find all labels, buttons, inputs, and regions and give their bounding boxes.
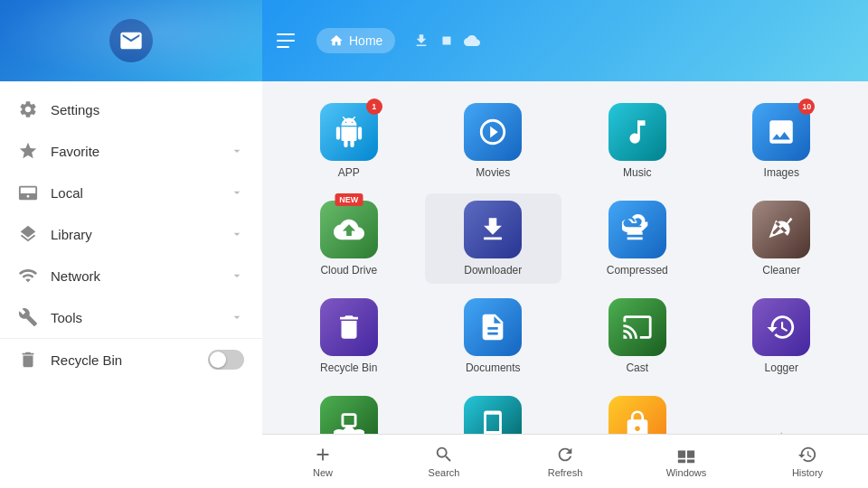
bottom-toolbar: New Search Refresh Windows History: [262, 434, 868, 488]
chevron-down-icon: [230, 268, 244, 283]
music-icon: [609, 103, 666, 161]
grid-item-music[interactable]: Music: [569, 96, 706, 186]
documents-icon: [464, 298, 522, 356]
search-icon: [434, 445, 454, 465]
download-icon[interactable]: [413, 33, 429, 49]
images-icon: 10: [752, 103, 810, 161]
sidebar-item-settings-label: Settings: [51, 102, 244, 117]
sidebar-item-settings[interactable]: Settings: [0, 89, 262, 130]
sidebar: Settings Favorite Local Library: [0, 0, 262, 488]
sidebar-item-tools[interactable]: Tools: [0, 296, 262, 338]
cast-icon: [609, 298, 666, 356]
documents-item-label: Documents: [466, 361, 521, 374]
trash-icon: [18, 350, 38, 370]
music-item-label: Music: [623, 166, 651, 179]
view-on-pc-icon: [464, 396, 522, 434]
windows-icon: [676, 445, 696, 465]
music-note-icon: [622, 117, 653, 147]
sidebar-item-recycle-bin[interactable]: Recycle Bin: [0, 338, 262, 380]
logger-icon: [752, 298, 810, 356]
sidebar-item-local-label: Local: [51, 185, 230, 201]
toolbar-history-label: History: [792, 467, 823, 478]
sidebar-item-favorite[interactable]: Favorite: [0, 130, 262, 172]
grid-item-logger[interactable]: Logger: [713, 291, 851, 381]
toolbar-windows[interactable]: Windows: [626, 435, 747, 488]
menu-button[interactable]: [277, 26, 306, 55]
downloader-item-label: Downloader: [464, 264, 522, 277]
grid-item-cast[interactable]: Cast: [569, 291, 706, 381]
logger-item-label: Logger: [765, 361, 798, 374]
app-icon: 1: [320, 103, 378, 161]
stop-icon[interactable]: [439, 33, 455, 49]
scroll-up-arrow[interactable]: [777, 426, 786, 434]
toolbar-refresh[interactable]: Refresh: [505, 435, 626, 488]
sidebar-item-local[interactable]: Local: [0, 172, 262, 213]
home-label: Home: [349, 33, 382, 48]
downloader-icon: [464, 201, 522, 258]
grid-item-recycle-bin[interactable]: Recycle Bin: [280, 291, 418, 381]
grid-item-cleaner[interactable]: Cleaner: [713, 193, 851, 284]
toolbar-search[interactable]: Search: [383, 435, 505, 488]
encrypted-icon: [609, 396, 666, 434]
compressed-item-label: Compressed: [607, 264, 668, 277]
sidebar-item-network-label: Network: [51, 268, 230, 284]
topbar-actions: [413, 33, 480, 49]
home-icon: [329, 33, 344, 48]
cast-item-label: Cast: [626, 361, 648, 374]
toolbar-new[interactable]: New: [262, 435, 383, 488]
grid-item-empty: [713, 389, 851, 434]
movies-item-label: Movies: [476, 166, 510, 179]
cleaner-item-label: Cleaner: [762, 264, 800, 277]
grid-item-downloader[interactable]: Downloader: [425, 193, 562, 284]
lock-icon: [622, 409, 653, 434]
layers-icon: [18, 224, 38, 244]
chevron-down-icon: [230, 144, 244, 158]
recycle-bin-toggle[interactable]: [208, 350, 244, 370]
trash-grid-icon: [334, 312, 364, 343]
plus-icon: [313, 445, 333, 465]
cloud-icon[interactable]: [464, 33, 480, 49]
star-icon: [18, 141, 38, 161]
app-grid: 1 APP Movies Music: [262, 81, 868, 434]
compressed-icon: [609, 201, 666, 258]
wrench-icon: [18, 307, 38, 327]
grid-item-documents[interactable]: Documents: [425, 291, 562, 381]
app-item-label: APP: [338, 166, 360, 179]
toolbar-history[interactable]: History: [747, 435, 868, 488]
grid-item-images[interactable]: 10 Images: [713, 96, 851, 186]
recycle-bin-item-label: Recycle Bin: [320, 361, 377, 374]
cast-screen-icon: [622, 312, 653, 343]
wifi-icon: [18, 266, 38, 286]
sidebar-item-network[interactable]: Network: [0, 255, 262, 296]
grid-item-view-on-pc[interactable]: View on PC: [425, 389, 562, 434]
topbar: Home: [262, 0, 868, 81]
toolbar-windows-label: Windows: [666, 467, 707, 478]
sidebar-nav: Settings Favorite Local Library: [0, 81, 262, 488]
app-badge: 1: [366, 99, 382, 115]
grid-item-network[interactable]: Network: [280, 389, 418, 434]
toolbar-refresh-label: Refresh: [548, 467, 583, 478]
doc-icon: [477, 312, 508, 343]
cloud-upload-icon: [334, 214, 364, 245]
sidebar-item-library[interactable]: Library: [0, 213, 262, 255]
toolbar-new-label: New: [313, 467, 333, 478]
grid-item-encrypted[interactable]: Encrypted: [569, 389, 706, 434]
user-avatar: [109, 19, 153, 62]
cloud-drive-badge-new: NEW: [335, 193, 363, 206]
cloud-drive-icon: NEW: [320, 201, 378, 258]
sidebar-item-favorite-label: Favorite: [51, 144, 230, 159]
grid-item-movies[interactable]: Movies: [425, 96, 562, 186]
tablet-icon: [18, 183, 38, 202]
cloud-drive-item-label: Cloud Drive: [320, 264, 377, 277]
chevron-down-icon: [230, 227, 244, 241]
movies-icon: [464, 103, 522, 161]
grid-item-cloud-drive[interactable]: NEW Cloud Drive: [280, 193, 418, 284]
broom-icon: [766, 214, 797, 245]
refresh-icon: [555, 445, 575, 465]
images-item-label: Images: [764, 166, 799, 179]
grid-item-compressed[interactable]: Compressed: [569, 193, 706, 284]
home-breadcrumb[interactable]: Home: [316, 28, 395, 53]
play-icon: [477, 117, 508, 147]
grid-item-app[interactable]: 1 APP: [280, 96, 418, 186]
chevron-down-icon: [230, 185, 244, 200]
